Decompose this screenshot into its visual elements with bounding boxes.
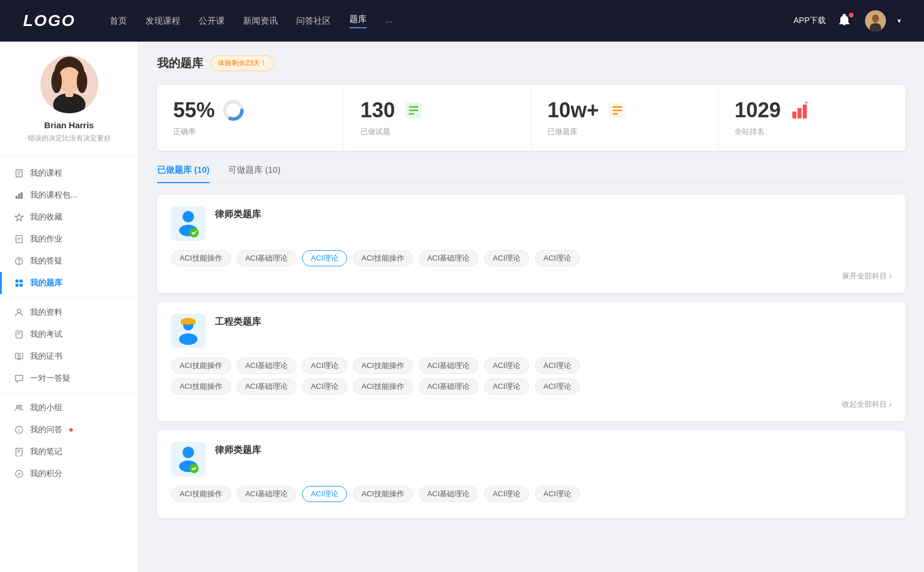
- sidebar-item-exam[interactable]: 我的考试: [0, 324, 138, 346]
- note-icon: [14, 447, 24, 457]
- bank-card-lawyer-1: 律师类题库 ACI技能操作 ACI基础理论 ACI理论 ACI技能操作 ACI基…: [157, 195, 906, 293]
- tag[interactable]: ACI基础理论: [419, 486, 479, 502]
- tag[interactable]: ACI技能操作: [171, 358, 231, 374]
- tag[interactable]: ACI技能操作: [171, 378, 231, 395]
- svg-point-35: [16, 405, 18, 407]
- star-icon: [14, 212, 24, 222]
- tag[interactable]: ACI技能操作: [353, 358, 413, 374]
- navbar: LOGO 首页 发现课程 公开课 新闻资讯 问答社区 题库 ··· APP下载 …: [0, 0, 924, 42]
- tag-active[interactable]: ACI理论: [302, 486, 347, 502]
- people-icon: [14, 307, 24, 318]
- nav-open-course[interactable]: 公开课: [199, 16, 225, 27]
- tag[interactable]: ACI基础理论: [419, 358, 479, 374]
- questions-done-value: 130: [360, 100, 395, 121]
- nav-news[interactable]: 新闻资讯: [243, 16, 278, 27]
- sidebar-item-one-on-one[interactable]: 一对一答疑: [0, 367, 138, 389]
- tag[interactable]: ACI技能操作: [353, 378, 413, 395]
- tag[interactable]: ACI理论: [302, 358, 347, 374]
- tag[interactable]: ACI基础理论: [237, 358, 297, 374]
- svg-rect-14: [16, 196, 18, 199]
- bank-card-header: 律师类题库: [171, 206, 892, 241]
- grid-icon: [14, 278, 24, 288]
- svg-rect-24: [20, 280, 23, 283]
- sidebar-item-notes[interactable]: 我的笔记: [0, 441, 138, 463]
- edit-icon: [14, 234, 24, 244]
- tab-available-banks[interactable]: 可做题库 (10): [228, 165, 281, 183]
- sidebar-item-my-courses[interactable]: 我的课程: [0, 162, 138, 184]
- tag[interactable]: ACI技能操作: [353, 250, 413, 266]
- sidebar-item-homework[interactable]: 我的作业: [0, 228, 138, 250]
- nav-qa[interactable]: 问答社区: [296, 16, 331, 27]
- svg-rect-53: [798, 108, 802, 118]
- bank-card-header: 律师类题库: [171, 442, 892, 477]
- group-icon: [14, 403, 24, 413]
- svg-point-7: [77, 70, 87, 93]
- notification-bell[interactable]: [837, 13, 854, 29]
- stat-accuracy: 55% 正确率: [157, 85, 344, 151]
- sidebar-item-course-package[interactable]: 我的课程包...: [0, 184, 138, 206]
- tags-row-2a: ACI技能操作 ACI基础理论 ACI理论 ACI技能操作 ACI基础理论 AC…: [171, 358, 892, 374]
- tags-row-3: ACI技能操作 ACI基础理论 ACI理论 ACI技能操作 ACI基础理论 AC…: [171, 486, 892, 502]
- svg-point-32: [18, 355, 20, 357]
- sidebar-item-question-bank[interactable]: 我的题库: [0, 272, 138, 294]
- sidebar-item-my-qa[interactable]: ? 我的问答: [0, 419, 138, 441]
- svg-point-1: [872, 14, 879, 23]
- tag[interactable]: ACI理论: [484, 378, 529, 395]
- svg-rect-54: [803, 105, 807, 118]
- bank-card-engineer: 工程类题库 ACI技能操作 ACI基础理论 ACI理论 ACI技能操作 ACI基…: [157, 302, 906, 421]
- sidebar-item-favorites[interactable]: 我的收藏: [0, 206, 138, 228]
- accuracy-label: 正确率: [173, 127, 327, 137]
- tag[interactable]: ACI理论: [484, 358, 529, 374]
- tag[interactable]: ACI基础理论: [419, 250, 479, 266]
- profile-motto: 错误的决定比没有决定要好: [12, 133, 126, 143]
- sidebar-label: 我的资料: [30, 307, 62, 318]
- collapse-link[interactable]: 收起全部科目 ›: [171, 399, 892, 410]
- tag[interactable]: ACI理论: [535, 378, 580, 395]
- tag[interactable]: ACI基础理论: [237, 250, 297, 266]
- tag-active[interactable]: ACI理论: [302, 250, 347, 266]
- bank-title: 工程类题库: [215, 316, 261, 328]
- nav-courses[interactable]: 发现课程: [146, 16, 180, 27]
- tag[interactable]: ACI基础理论: [237, 486, 297, 502]
- app-download-link[interactable]: APP下载: [793, 16, 826, 26]
- sidebar-label: 我的作业: [30, 234, 62, 244]
- nav-home[interactable]: 首页: [110, 16, 127, 27]
- banks-done-value: 10w+: [547, 100, 599, 121]
- qa-icon: ?: [14, 425, 24, 435]
- accuracy-value: 55%: [173, 100, 215, 121]
- nav-more[interactable]: ···: [385, 16, 393, 26]
- banks-done-label: 已做题库: [547, 127, 702, 137]
- nav-question-bank[interactable]: 题库: [349, 14, 367, 28]
- tag[interactable]: ACI技能操作: [171, 250, 231, 266]
- tag[interactable]: ACI理论: [535, 486, 580, 502]
- expand-link-1[interactable]: 展开全部科目 ›: [171, 271, 892, 281]
- user-menu-chevron[interactable]: ▾: [897, 17, 901, 25]
- sidebar-label: 我的笔记: [30, 447, 62, 457]
- questions-done-label: 已做试题: [360, 127, 515, 137]
- tag[interactable]: ACI技能操作: [353, 486, 413, 502]
- tag[interactable]: ACI技能操作: [171, 486, 231, 502]
- sidebar-item-profile[interactable]: 我的资料: [0, 302, 138, 324]
- tag[interactable]: ACI基础理论: [237, 378, 297, 395]
- points-icon: [14, 469, 24, 479]
- tag[interactable]: ACI理论: [302, 378, 347, 395]
- bar-red-icon: [788, 99, 811, 122]
- tag[interactable]: ACI理论: [535, 358, 580, 374]
- sidebar-label: 我的问答: [30, 425, 62, 435]
- sidebar-item-qa-ask[interactable]: 我的答疑: [0, 250, 138, 272]
- tag[interactable]: ACI理论: [535, 250, 580, 266]
- main-content: 我的题库 体验剩余23天！ 55% 正确率: [139, 42, 924, 572]
- svg-rect-31: [16, 354, 23, 359]
- svg-point-36: [19, 405, 21, 407]
- sidebar-item-group[interactable]: 我的小组: [0, 397, 138, 419]
- tab-done-banks[interactable]: 已做题库 (10): [157, 165, 210, 183]
- svg-rect-60: [181, 322, 196, 324]
- tag[interactable]: ACI理论: [484, 250, 529, 266]
- tag[interactable]: ACI基础理论: [419, 378, 479, 395]
- sidebar-item-points[interactable]: 我的积分: [0, 463, 138, 485]
- sidebar-label: 我的小组: [30, 403, 62, 413]
- svg-point-27: [17, 309, 21, 313]
- tag[interactable]: ACI理论: [484, 486, 529, 502]
- sidebar-item-certificate[interactable]: 我的证书: [0, 346, 138, 367]
- user-avatar[interactable]: [865, 10, 886, 31]
